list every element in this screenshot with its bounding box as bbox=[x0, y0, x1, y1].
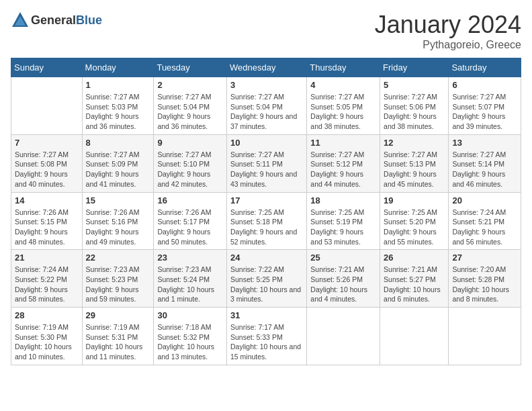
calendar-cell: 22 Sunrise: 7:23 AMSunset: 5:23 PMDaylig… bbox=[82, 250, 154, 308]
day-number: 19 bbox=[384, 195, 445, 205]
day-info: Sunrise: 7:27 AMSunset: 5:04 PMDaylight:… bbox=[157, 92, 223, 132]
col-saturday: Saturday bbox=[449, 58, 521, 77]
day-number: 9 bbox=[157, 138, 223, 148]
day-info: Sunrise: 7:23 AMSunset: 5:23 PMDaylight:… bbox=[86, 265, 150, 304]
day-number: 29 bbox=[86, 310, 150, 320]
day-number: 1 bbox=[86, 80, 150, 90]
calendar-cell: 7 Sunrise: 7:27 AMSunset: 5:08 PMDayligh… bbox=[11, 134, 83, 192]
day-number: 11 bbox=[310, 138, 376, 148]
day-number: 13 bbox=[452, 138, 517, 148]
col-wednesday: Wednesday bbox=[227, 58, 307, 77]
day-number: 5 bbox=[384, 80, 445, 90]
day-info: Sunrise: 7:27 AMSunset: 5:07 PMDaylight:… bbox=[452, 92, 517, 132]
week-row-3: 21 Sunrise: 7:24 AMSunset: 5:22 PMDaylig… bbox=[11, 250, 521, 308]
calendar-cell: 31 Sunrise: 7:17 AMSunset: 5:33 PMDaylig… bbox=[227, 308, 307, 365]
day-info: Sunrise: 7:27 AMSunset: 5:06 PMDaylight:… bbox=[384, 92, 445, 132]
day-info: Sunrise: 7:23 AMSunset: 5:24 PMDaylight:… bbox=[157, 265, 223, 304]
day-info: Sunrise: 7:27 AMSunset: 5:08 PMDaylight:… bbox=[15, 150, 79, 189]
day-info: Sunrise: 7:19 AMSunset: 5:31 PMDaylight:… bbox=[86, 322, 150, 362]
day-number: 10 bbox=[230, 138, 303, 148]
day-number: 15 bbox=[86, 195, 150, 205]
logo: GeneralBlue bbox=[11, 11, 102, 30]
week-row-1: 7 Sunrise: 7:27 AMSunset: 5:08 PMDayligh… bbox=[11, 134, 521, 192]
day-info: Sunrise: 7:27 AMSunset: 5:10 PMDaylight:… bbox=[157, 150, 223, 189]
calendar-cell: 6 Sunrise: 7:27 AMSunset: 5:07 PMDayligh… bbox=[449, 77, 521, 135]
day-info: Sunrise: 7:18 AMSunset: 5:32 PMDaylight:… bbox=[157, 322, 223, 362]
title-area: January 2024 Pythagoreio, Greece bbox=[375, 11, 521, 51]
location: Pythagoreio, Greece bbox=[375, 39, 521, 51]
calendar-cell: 10 Sunrise: 7:27 AMSunset: 5:11 PMDaylig… bbox=[227, 134, 307, 192]
day-info: Sunrise: 7:19 AMSunset: 5:30 PMDaylight:… bbox=[15, 322, 79, 362]
day-info: Sunrise: 7:21 AMSunset: 5:26 PMDaylight:… bbox=[310, 265, 376, 304]
day-info: Sunrise: 7:17 AMSunset: 5:33 PMDaylight:… bbox=[230, 322, 303, 362]
calendar-cell: 3 Sunrise: 7:27 AMSunset: 5:04 PMDayligh… bbox=[227, 77, 307, 135]
calendar-cell: 30 Sunrise: 7:18 AMSunset: 5:32 PMDaylig… bbox=[154, 308, 227, 365]
page-header: GeneralBlue January 2024 Pythagoreio, Gr… bbox=[11, 11, 521, 51]
day-number: 23 bbox=[157, 253, 223, 263]
day-number: 4 bbox=[310, 80, 376, 90]
day-info: Sunrise: 7:21 AMSunset: 5:27 PMDaylight:… bbox=[384, 265, 445, 304]
calendar-cell: 1 Sunrise: 7:27 AMSunset: 5:03 PMDayligh… bbox=[82, 77, 154, 135]
calendar-cell: 28 Sunrise: 7:19 AMSunset: 5:30 PMDaylig… bbox=[11, 308, 83, 365]
week-row-2: 14 Sunrise: 7:26 AMSunset: 5:15 PMDaylig… bbox=[11, 192, 521, 250]
day-info: Sunrise: 7:27 AMSunset: 5:12 PMDaylight:… bbox=[310, 150, 376, 189]
calendar-cell: 21 Sunrise: 7:24 AMSunset: 5:22 PMDaylig… bbox=[11, 250, 83, 308]
calendar-cell: 20 Sunrise: 7:24 AMSunset: 5:21 PMDaylig… bbox=[449, 192, 521, 250]
calendar-cell: 2 Sunrise: 7:27 AMSunset: 5:04 PMDayligh… bbox=[154, 77, 227, 135]
day-number: 27 bbox=[452, 253, 517, 263]
day-number: 14 bbox=[15, 195, 79, 205]
calendar-cell: 12 Sunrise: 7:27 AMSunset: 5:13 PMDaylig… bbox=[380, 134, 449, 192]
day-number: 6 bbox=[452, 80, 517, 90]
day-number: 7 bbox=[15, 138, 79, 148]
day-info: Sunrise: 7:25 AMSunset: 5:18 PMDaylight:… bbox=[230, 208, 303, 247]
col-tuesday: Tuesday bbox=[154, 58, 227, 77]
header-row: Sunday Monday Tuesday Wednesday Thursday… bbox=[11, 58, 521, 77]
day-number: 2 bbox=[157, 80, 223, 90]
calendar-cell bbox=[307, 308, 380, 365]
calendar-cell: 29 Sunrise: 7:19 AMSunset: 5:31 PMDaylig… bbox=[82, 308, 154, 365]
calendar-cell: 13 Sunrise: 7:27 AMSunset: 5:14 PMDaylig… bbox=[449, 134, 521, 192]
day-number: 8 bbox=[86, 138, 150, 148]
day-info: Sunrise: 7:22 AMSunset: 5:25 PMDaylight:… bbox=[230, 265, 303, 304]
day-number: 3 bbox=[230, 80, 303, 90]
day-number: 12 bbox=[384, 138, 445, 148]
day-info: Sunrise: 7:26 AMSunset: 5:15 PMDaylight:… bbox=[15, 208, 79, 247]
day-info: Sunrise: 7:27 AMSunset: 5:04 PMDaylight:… bbox=[230, 92, 303, 132]
calendar-cell bbox=[11, 77, 83, 135]
day-info: Sunrise: 7:27 AMSunset: 5:05 PMDaylight:… bbox=[310, 92, 376, 132]
day-number: 31 bbox=[230, 310, 303, 320]
calendar-cell: 27 Sunrise: 7:20 AMSunset: 5:28 PMDaylig… bbox=[449, 250, 521, 308]
col-friday: Friday bbox=[380, 58, 449, 77]
day-info: Sunrise: 7:27 AMSunset: 5:11 PMDaylight:… bbox=[230, 150, 303, 189]
day-number: 21 bbox=[15, 253, 79, 263]
calendar-cell: 18 Sunrise: 7:25 AMSunset: 5:19 PMDaylig… bbox=[307, 192, 380, 250]
calendar-cell: 9 Sunrise: 7:27 AMSunset: 5:10 PMDayligh… bbox=[154, 134, 227, 192]
calendar-cell: 11 Sunrise: 7:27 AMSunset: 5:12 PMDaylig… bbox=[307, 134, 380, 192]
day-info: Sunrise: 7:27 AMSunset: 5:09 PMDaylight:… bbox=[86, 150, 150, 189]
day-info: Sunrise: 7:26 AMSunset: 5:17 PMDaylight:… bbox=[157, 208, 223, 247]
logo-icon bbox=[11, 11, 30, 30]
calendar-cell: 5 Sunrise: 7:27 AMSunset: 5:06 PMDayligh… bbox=[380, 77, 449, 135]
calendar-cell: 8 Sunrise: 7:27 AMSunset: 5:09 PMDayligh… bbox=[82, 134, 154, 192]
calendar-table: Sunday Monday Tuesday Wednesday Thursday… bbox=[11, 58, 521, 365]
day-info: Sunrise: 7:26 AMSunset: 5:16 PMDaylight:… bbox=[86, 208, 150, 247]
week-row-0: 1 Sunrise: 7:27 AMSunset: 5:03 PMDayligh… bbox=[11, 77, 521, 135]
col-monday: Monday bbox=[82, 58, 154, 77]
day-number: 28 bbox=[15, 310, 79, 320]
calendar-cell: 17 Sunrise: 7:25 AMSunset: 5:18 PMDaylig… bbox=[227, 192, 307, 250]
day-number: 16 bbox=[157, 195, 223, 205]
calendar-cell: 16 Sunrise: 7:26 AMSunset: 5:17 PMDaylig… bbox=[154, 192, 227, 250]
day-info: Sunrise: 7:27 AMSunset: 5:14 PMDaylight:… bbox=[452, 150, 517, 189]
day-info: Sunrise: 7:24 AMSunset: 5:21 PMDaylight:… bbox=[452, 208, 517, 247]
calendar-cell: 4 Sunrise: 7:27 AMSunset: 5:05 PMDayligh… bbox=[307, 77, 380, 135]
day-info: Sunrise: 7:25 AMSunset: 5:20 PMDaylight:… bbox=[384, 208, 445, 247]
day-number: 30 bbox=[157, 310, 223, 320]
day-info: Sunrise: 7:24 AMSunset: 5:22 PMDaylight:… bbox=[15, 265, 79, 304]
day-number: 17 bbox=[230, 195, 303, 205]
day-number: 22 bbox=[86, 253, 150, 263]
calendar-cell: 23 Sunrise: 7:23 AMSunset: 5:24 PMDaylig… bbox=[154, 250, 227, 308]
logo-text-general: General bbox=[31, 13, 76, 27]
calendar-cell: 24 Sunrise: 7:22 AMSunset: 5:25 PMDaylig… bbox=[227, 250, 307, 308]
day-number: 18 bbox=[310, 195, 376, 205]
day-info: Sunrise: 7:25 AMSunset: 5:19 PMDaylight:… bbox=[310, 208, 376, 247]
